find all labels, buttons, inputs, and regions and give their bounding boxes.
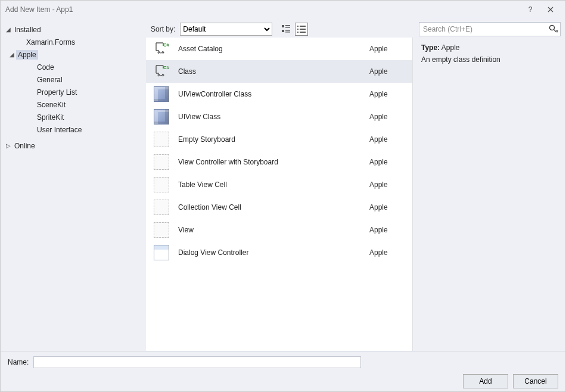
template-row[interactable]: C#Asset CatalogApple [146, 38, 412, 60]
name-label: Name: [8, 358, 29, 366]
template-name: UIViewController Class [178, 90, 361, 98]
expand-icon: ◢ [8, 51, 16, 58]
template-list: C#Asset CatalogAppleC#ClassAppleUIViewCo… [146, 38, 413, 351]
tree-apple[interactable]: ◢ Apple [13, 48, 146, 61]
class-cube-icon [154, 86, 169, 102]
tree-online[interactable]: ▷ Online [1, 139, 146, 152]
template-row[interactable]: View Controller with StoryboardApple [146, 151, 412, 173]
search-icon[interactable]: ▾ [549, 24, 557, 35]
svg-rect-9 [300, 29, 306, 30]
sort-label: Sort by: [151, 25, 175, 33]
tree-apple-general[interactable]: General [23, 73, 146, 86]
template-row[interactable]: Table View CellApple [146, 173, 412, 196]
tree-apple-scenekit[interactable]: SceneKit [23, 98, 146, 111]
template-name: Dialog View Controller [178, 248, 361, 257]
storyboard-icon [154, 177, 169, 192]
window-icon [154, 245, 169, 260]
template-category: Apple [369, 181, 405, 189]
close-icon [548, 7, 553, 13]
tree-installed[interactable]: ◢ Installed [1, 23, 146, 36]
template-name: Empty Storyboard [178, 135, 361, 144]
grid-icon [282, 25, 290, 33]
bottom-panel: Name: Add Cancel [1, 351, 565, 392]
csharp-file-icon: C# [154, 41, 169, 57]
template-category: Apple [369, 45, 405, 53]
svg-rect-8 [297, 29, 298, 30]
storyboard-icon [154, 154, 169, 170]
svg-rect-7 [300, 26, 306, 27]
template-row[interactable]: UIView ClassApple [146, 105, 412, 128]
add-button[interactable]: Add [463, 374, 508, 388]
detail-description: An empty class definition [421, 55, 557, 64]
storyboard-icon [154, 222, 169, 238]
close-button[interactable] [540, 3, 561, 16]
name-input[interactable] [33, 356, 361, 368]
tree-xamarin-forms[interactable]: Xamarin.Forms [13, 36, 146, 48]
toolbar: Sort by: Default ▾ [146, 18, 565, 38]
svg-rect-1 [285, 25, 290, 26]
template-row[interactable]: Dialog View ControllerApple [146, 241, 412, 264]
storyboard-icon [154, 200, 169, 215]
svg-rect-10 [297, 32, 298, 33]
svg-rect-3 [282, 30, 284, 32]
collapse-icon: ▷ [4, 142, 13, 149]
cancel-button[interactable]: Cancel [513, 374, 558, 388]
template-category: Apple [369, 135, 405, 144]
template-category: Apple [369, 158, 405, 166]
template-row[interactable]: ViewApple [146, 219, 412, 241]
storyboard-icon [154, 132, 169, 147]
svg-point-12 [550, 26, 555, 30]
svg-rect-0 [282, 25, 284, 27]
tree-apple-user-interface[interactable]: User Interface [23, 123, 146, 136]
template-name: Table View Cell [178, 181, 361, 189]
expand-icon: ◢ [4, 26, 13, 33]
svg-rect-2 [285, 27, 290, 28]
list-icon [297, 25, 306, 33]
svg-rect-4 [285, 30, 290, 31]
template-name: UIView Class [178, 113, 361, 121]
template-name: Collection View Cell [178, 203, 361, 211]
template-category: Apple [369, 90, 405, 98]
template-row[interactable]: UIViewController ClassApple [146, 83, 412, 105]
template-name: Asset Catalog [178, 45, 361, 53]
csharp-file-icon: C# [154, 64, 169, 79]
template-row[interactable]: Empty StoryboardApple [146, 128, 412, 151]
search-input[interactable] [419, 22, 561, 36]
title-bar: Add New Item - App1 ? [1, 1, 565, 18]
tree-apple-code[interactable]: Code [23, 61, 146, 73]
svg-text:C#: C# [163, 65, 169, 70]
template-name: View [178, 226, 361, 234]
template-row[interactable]: C#ClassApple [146, 60, 412, 83]
svg-rect-11 [300, 32, 306, 33]
tree-apple-property-list[interactable]: Property List [23, 86, 146, 98]
main-area: ◢ Installed Xamarin.Forms ◢ Apple Code G… [1, 18, 565, 351]
template-category: Apple [369, 226, 405, 234]
template-name: View Controller with Storyboard [178, 158, 361, 166]
tree-apple-children: Code General Property List SceneKit Spri… [13, 61, 146, 136]
content: Sort by: Default ▾ C#Asset [146, 18, 565, 351]
tree-apple-spritekit[interactable]: SpriteKit [23, 111, 146, 123]
svg-rect-6 [297, 26, 298, 27]
sort-dropdown[interactable]: Default [180, 23, 272, 36]
view-small-icons[interactable] [295, 23, 308, 36]
template-name: Class [178, 67, 361, 76]
view-medium-icons[interactable] [279, 23, 293, 36]
template-row[interactable]: Collection View CellApple [146, 196, 412, 219]
svg-rect-5 [285, 32, 290, 33]
detail-panel: Type: Apple An empty class definition [413, 38, 565, 351]
class-cube-icon [154, 109, 169, 125]
template-category: Apple [369, 113, 405, 121]
detail-type: Type: Apple [421, 43, 557, 52]
sidebar: ◢ Installed Xamarin.Forms ◢ Apple Code G… [1, 18, 146, 351]
template-category: Apple [369, 67, 405, 76]
search-box: ▾ [419, 22, 561, 36]
template-category: Apple [369, 203, 405, 211]
window-title: Add New Item - App1 [5, 5, 520, 14]
svg-text:C#: C# [163, 42, 169, 48]
help-button[interactable]: ? [520, 3, 540, 16]
template-category: Apple [369, 248, 405, 257]
name-row: Name: [8, 356, 558, 368]
